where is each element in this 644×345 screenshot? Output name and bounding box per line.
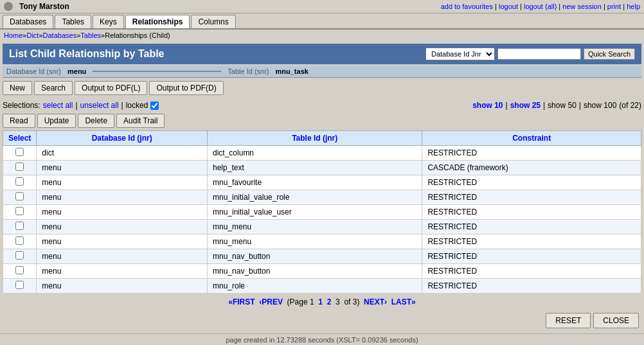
tab-relationships[interactable]: Relationships [125, 15, 190, 28]
new-button[interactable]: New [3, 81, 32, 95]
row-db-2: menu [37, 175, 208, 190]
action-bar: Read Update Delete Audit Trail [3, 112, 641, 130]
table-row: menu mnu_favourite RESTRICTED [3, 175, 641, 190]
row-select-2[interactable] [3, 175, 37, 190]
table-row: menu mnu_menu RESTRICTED [3, 234, 641, 249]
logout-all-link[interactable]: logout (all) [524, 3, 557, 10]
row-select-5[interactable] [3, 220, 37, 234]
row-checkbox-0[interactable] [15, 148, 24, 156]
username: Tony Marston [19, 2, 69, 11]
main-content: List Child Relationship by Table Databas… [0, 41, 644, 333]
row-select-6[interactable] [3, 234, 37, 249]
row-checkbox-9[interactable] [15, 281, 24, 289]
row-checkbox-7[interactable] [15, 251, 24, 260]
col-db-id: Database Id (jnr) [37, 131, 208, 146]
select-all-link[interactable]: select all [43, 101, 73, 110]
row-select-4[interactable] [3, 205, 37, 220]
show-50-text: show 50 [548, 101, 577, 110]
row-db-4: menu [37, 205, 208, 220]
last-link[interactable]: LAST» [391, 297, 416, 306]
count-text: (of 22) [619, 101, 641, 110]
add-to-favourites-link[interactable]: add to favourites [441, 3, 493, 10]
row-db-1: menu [37, 161, 208, 175]
row-checkbox-6[interactable] [15, 236, 24, 245]
selections-bar: Selections: select all | unselect all | … [3, 100, 641, 111]
db-filter-value: menu [67, 67, 86, 75]
read-button[interactable]: Read [3, 114, 35, 128]
page-2-link[interactable]: 2 [327, 297, 332, 306]
breadcrumb-databases[interactable]: Databases [43, 31, 77, 39]
filter-bar: Database Id (snr) menu Table Id (snr) mn… [3, 66, 641, 78]
row-select-8[interactable] [3, 264, 37, 279]
row-table-7: mnu_nav_button [208, 249, 422, 264]
col-db-id-link[interactable]: Database Id (jnr) [92, 134, 152, 143]
table-header-row: Select Database Id (jnr) Table Id (jnr) … [3, 131, 641, 146]
row-select-9[interactable] [3, 279, 37, 294]
row-checkbox-5[interactable] [15, 222, 24, 230]
user-icon [4, 2, 13, 11]
close-button[interactable]: CLOSE [593, 313, 639, 328]
row-select-3[interactable] [3, 190, 37, 205]
show-10-link[interactable]: show 10 [472, 101, 503, 110]
row-table-4: mnu_initial_value_user [208, 205, 422, 220]
table-row: menu mnu_initial_value_role RESTRICTED [3, 190, 641, 205]
row-select-0[interactable] [3, 146, 37, 161]
col-select-link[interactable]: Select [8, 134, 31, 143]
table-filter-value: mnu_task [276, 67, 309, 75]
logout-link[interactable]: logout [499, 3, 518, 10]
table-row: menu mnu_nav_button RESTRICTED [3, 249, 641, 264]
db-id-select[interactable]: Database Id Jnr [425, 48, 495, 60]
col-constraint-link[interactable]: Constraint [512, 134, 551, 143]
selections-right: show 10 | show 25 | show 50 | show 100 (… [472, 101, 641, 110]
show-100-text: show 100 [584, 101, 616, 110]
pdf-l-button[interactable]: Output to PDF(L) [75, 81, 147, 95]
first-link[interactable]: «FIRST [228, 297, 255, 306]
delete-button[interactable]: Delete [78, 114, 114, 128]
help-link[interactable]: help [627, 3, 640, 10]
update-button[interactable]: Update [37, 114, 76, 128]
tab-databases[interactable]: Databases [3, 15, 53, 28]
table-row: menu mnu_menu RESTRICTED [3, 220, 641, 234]
row-constraint-6: RESTRICTED [422, 234, 641, 249]
selections-left: Selections: select all | unselect all | … [3, 101, 159, 110]
row-select-7[interactable] [3, 249, 37, 264]
breadcrumb-tables[interactable]: Tables [80, 31, 101, 39]
col-table-id-link[interactable]: Table Id (jnr) [292, 134, 337, 143]
row-checkbox-2[interactable] [15, 177, 24, 186]
row-table-3: mnu_initial_value_role [208, 190, 422, 205]
audit-trail-button[interactable]: Audit Trail [116, 114, 165, 128]
row-select-1[interactable] [3, 161, 37, 175]
row-constraint-7: RESTRICTED [422, 249, 641, 264]
table-row: dict dict_column RESTRICTED [3, 146, 641, 161]
tab-tables[interactable]: Tables [55, 15, 91, 28]
pdf-d-button[interactable]: Output to PDF(D) [149, 81, 223, 95]
page-1-link[interactable]: 1 [318, 297, 323, 306]
breadcrumb-dict[interactable]: Dict [26, 31, 39, 39]
print-link[interactable]: print [607, 3, 621, 10]
table-row: menu help_text CASCADE (framework) [3, 161, 641, 175]
quick-search-button[interactable]: Quick Search [584, 48, 635, 60]
row-db-3: menu [37, 190, 208, 205]
show-25-link[interactable]: show 25 [510, 101, 541, 110]
row-constraint-4: RESTRICTED [422, 205, 641, 220]
prev-link[interactable]: ‹PREV [259, 297, 283, 306]
nav-tabs: Databases Tables Keys Relationships Colu… [0, 13, 644, 30]
selections-label: Selections: [3, 101, 40, 110]
row-checkbox-4[interactable] [15, 207, 24, 215]
search-button[interactable]: Search [34, 81, 73, 95]
page-header-right: Database Id Jnr Quick Search [425, 48, 635, 60]
breadcrumb-home[interactable]: Home [4, 31, 22, 39]
locked-checkbox[interactable] [150, 102, 159, 110]
row-checkbox-8[interactable] [15, 266, 24, 274]
new-session-link[interactable]: new session [562, 3, 602, 10]
table-row: menu mnu_nav_button RESTRICTED [3, 264, 641, 279]
reset-button[interactable]: RESET [546, 313, 591, 328]
tab-keys[interactable]: Keys [93, 15, 124, 28]
unselect-all-link[interactable]: unselect all [80, 101, 119, 110]
row-checkbox-1[interactable] [15, 163, 24, 171]
quick-search-input[interactable] [497, 48, 581, 60]
row-constraint-0: RESTRICTED [422, 146, 641, 161]
tab-columns[interactable]: Columns [191, 15, 235, 28]
row-checkbox-3[interactable] [15, 192, 24, 200]
next-link[interactable]: NEXT› [364, 297, 387, 306]
